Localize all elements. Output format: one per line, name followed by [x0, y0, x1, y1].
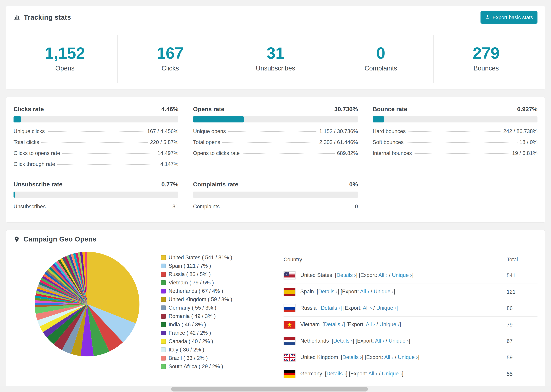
country-total: 79	[507, 317, 537, 333]
export-unique-link[interactable]: Unique ›	[374, 288, 394, 294]
rate-value: 6.927%	[517, 106, 537, 112]
details-link[interactable]: Details ›	[324, 321, 343, 327]
details-link[interactable]: Details ›	[342, 354, 362, 360]
legend-label: Canada ( 40 / 2% )	[169, 338, 213, 344]
legend-swatch	[161, 314, 166, 319]
details-link[interactable]: Details ›	[318, 288, 338, 294]
dotted-leader	[48, 207, 170, 207]
rate-row-unique-opens: Unique opens1,152 / 30.736%	[193, 126, 358, 137]
legend-swatch	[161, 264, 166, 268]
stat-opens: 1,152Opens	[12, 35, 117, 83]
rate-row-unsubscribes: Unsubscribes31	[14, 201, 178, 212]
export-unique-link[interactable]: Unique ›	[398, 354, 418, 360]
link-separator: [	[315, 288, 318, 294]
export-all-link[interactable]: All ›	[366, 321, 375, 327]
link-separator: ]	[402, 371, 403, 377]
export-unique-link[interactable]: Unique ›	[389, 338, 409, 344]
dotted-leader	[47, 131, 145, 132]
legend-item-spain: Spain ( 121 / 7% )	[161, 263, 241, 269]
country-name: Vietnam	[300, 321, 320, 327]
map-pin-icon	[14, 236, 20, 243]
rate-row-hard-bounces: Hard bounces242 / 86.738%	[373, 126, 537, 137]
rate-block-complaints-rate: Complaints rate0%Complaints0	[193, 181, 358, 212]
link-separator: ]	[409, 338, 410, 344]
flag-ru-icon	[283, 304, 296, 312]
rate-row-value: 14.497%	[157, 150, 178, 156]
export-all-link[interactable]: All ›	[360, 288, 369, 294]
stat-label: Complaints	[328, 65, 433, 72]
legend-label: Italy ( 36 / 2% )	[169, 347, 204, 353]
geo-content: United States ( 541 / 31% )Spain ( 121 /…	[6, 248, 545, 389]
rate-row-value: 19 / 6.81%	[512, 150, 537, 156]
export-all-link[interactable]: All ›	[375, 338, 384, 344]
geo-table-row-united-states: United States [Details ›] [Export: All ›…	[283, 267, 537, 284]
stat-complaints: 0Complaints	[328, 35, 433, 83]
legend-label: Vietnam ( 79 / 5% )	[169, 280, 214, 286]
export-unique-link[interactable]: Unique ›	[379, 321, 399, 327]
details-link[interactable]: Details ›	[326, 371, 346, 377]
details-link[interactable]: Details ›	[321, 305, 340, 311]
link-separator: ] [Export:	[340, 305, 363, 311]
rate-progress-bar	[193, 192, 358, 198]
details-link[interactable]: Details ›	[333, 338, 353, 344]
rate-value: 0%	[349, 181, 358, 188]
export-all-link[interactable]: All ›	[368, 371, 377, 377]
export-unique-link[interactable]: Unique ›	[382, 371, 402, 377]
legend-label: South Africa ( 29 / 2% )	[169, 364, 223, 370]
link-separator: /	[387, 272, 392, 278]
country-name: United Kingdom	[300, 354, 338, 360]
geo-table-row-russia: Russia [Details ›] [Export: All › / Uniq…	[283, 300, 537, 317]
dotted-leader	[414, 153, 510, 154]
rate-row-label: Hard bounces	[373, 128, 406, 134]
link-separator: ]	[396, 305, 398, 311]
export-all-link[interactable]: All ›	[378, 272, 387, 278]
legend-label: Russia ( 86 / 5% )	[169, 271, 211, 277]
dotted-leader	[41, 142, 148, 143]
country-cell: Russia [Details ›] [Export: All › / Uniq…	[283, 300, 507, 317]
horizontal-scrollbar-thumb[interactable]	[171, 387, 368, 392]
link-separator: /	[384, 338, 389, 344]
rate-progress-bar	[193, 116, 358, 122]
legend-item-netherlands: Netherlands ( 67 / 4% )	[161, 288, 241, 294]
dotted-leader	[222, 142, 317, 143]
export-unique-link[interactable]: Unique ›	[376, 305, 396, 311]
legend-label: Brazil ( 33 / 2% )	[169, 355, 208, 361]
link-separator: ]	[418, 354, 419, 360]
rate-row-value: 689.82%	[337, 150, 358, 156]
geo-opens-title-text: Campaign Geo Opens	[23, 235, 97, 243]
details-link[interactable]: Details ›	[336, 272, 356, 278]
export-unique-link[interactable]: Unique ›	[392, 272, 412, 278]
export-all-link[interactable]: All ›	[384, 354, 393, 360]
geo-table-row-vietnam: Vietnam [Details ›] [Export: All › / Uni…	[283, 317, 537, 333]
country-total: 121	[507, 284, 537, 300]
tracking-stats-title: Tracking stats	[14, 14, 71, 21]
geo-opens-header: Campaign Geo Opens	[6, 230, 545, 248]
legend-label: United Kingdom ( 59 / 3% )	[169, 296, 232, 302]
link-separator: ] [Export:	[346, 371, 368, 377]
link-separator: [	[323, 371, 326, 377]
export-icon	[485, 14, 490, 21]
country-total: 59	[507, 350, 537, 366]
rate-value: 4.46%	[161, 106, 178, 112]
export-all-link[interactable]: All ›	[363, 305, 372, 311]
flag-gb-icon	[283, 354, 296, 362]
stat-label: Unsubscribes	[223, 65, 328, 72]
horizontal-scrollbar-track[interactable]	[0, 386, 551, 392]
tracking-stats-title-text: Tracking stats	[24, 14, 71, 21]
link-separator: /	[377, 371, 382, 377]
stat-value: 279	[434, 45, 539, 61]
link-separator: ] [Export:	[343, 321, 366, 327]
rate-row-click-through-rate: Click through rate4.147%	[14, 159, 178, 170]
export-basic-stats-button[interactable]: Export basic stats	[480, 11, 537, 24]
rate-title: Clicks rate	[14, 106, 44, 112]
rates-grid: Clicks rate4.46%Unique clicks167 / 4.456…	[14, 106, 537, 212]
rate-progress-fill	[14, 116, 21, 122]
link-separator: [	[318, 305, 321, 311]
geo-legend: United States ( 541 / 31% )Spain ( 121 /…	[161, 254, 241, 372]
rate-row-value: 18 / 0%	[520, 139, 537, 145]
rate-row-label: Unique opens	[193, 128, 226, 134]
dotted-leader	[408, 131, 501, 132]
legend-swatch	[161, 322, 166, 327]
rate-value: 30.736%	[334, 106, 358, 112]
legend-label: Netherlands ( 67 / 4% )	[169, 288, 223, 294]
